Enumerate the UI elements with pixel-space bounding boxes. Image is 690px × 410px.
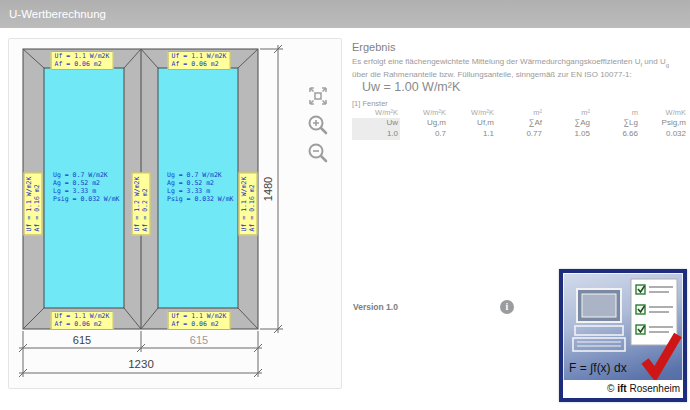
result-description: Es erfolgt eine flächengewichtete Mittel…: [352, 57, 684, 80]
description-text: über die Rahmenanteile bzw. Füllungsante…: [352, 70, 632, 79]
window-diagram-panel: Uf = 1.1 W/m2K Af = 0.06 m2 Uf = 1.1 W/m…: [8, 38, 342, 389]
result-heading: Ergebnis: [352, 41, 395, 53]
frame-uf-label-top-right: Uf = 1.1 W/m2K Af = 0.06 m2: [168, 51, 231, 70]
table-column-psigm: W/mK Psig,m 0.032: [640, 108, 688, 140]
logo-copyright: © ift Rosenheim: [563, 380, 683, 398]
brand-name: ift: [617, 383, 626, 394]
unit-cell: W/m²K: [352, 108, 400, 118]
brand-suffix: Rosenheim: [627, 383, 680, 394]
value-cell: 1.0: [352, 129, 400, 140]
fit-view-button[interactable]: [305, 84, 331, 110]
table-column-ufm: W/m²K Uf,m 1.1: [448, 108, 496, 140]
dim-width-right: 615: [190, 334, 208, 346]
value-cell: 6.66: [592, 129, 640, 140]
result-table: W/m²K Uw 1.0 W/m²K Ug,m 0.7 W/m²K Uf,m 1…: [352, 108, 688, 140]
value-cell: 0.7: [400, 129, 448, 140]
dim-height: 1480: [262, 177, 274, 201]
table-column-sum-af: m² ∑Af 0.77: [496, 108, 544, 140]
label-cell: ∑Af: [496, 118, 544, 129]
value-cell: 1.1: [448, 129, 496, 140]
label-cell: Uf,m: [448, 118, 496, 129]
dim-width-total: 1230: [128, 358, 154, 370]
unit-cell: W/m²K: [400, 108, 448, 118]
zoom-in-icon: [306, 113, 330, 137]
description-text: und U: [642, 57, 666, 66]
window-drawing: [9, 39, 341, 388]
page-title: U-Wertberechnung: [9, 8, 106, 20]
value-cell: 1.05: [544, 129, 592, 140]
title-bar: U-Wertberechnung: [0, 0, 690, 28]
label-cell: ∑Lg: [592, 118, 640, 129]
table-column-sum-lg: m ∑Lg 6.66: [592, 108, 640, 140]
label-cell: Psig,m: [640, 118, 688, 129]
info-icon: i: [506, 301, 509, 312]
table-column-sum-ag: m² ∑Ag 1.05: [544, 108, 592, 140]
glass-values-left: Ug = 0.7 W/m2K Ag = 0.52 m2 Lg = 3.33 m …: [53, 171, 120, 203]
description-text: Es erfolgt eine flächengewichtete Mittel…: [352, 57, 640, 66]
zoom-in-button[interactable]: [305, 113, 331, 139]
glass-values-right: Ug = 0.7 W/m2K Ag = 0.52 m2 Lg = 3.33 m …: [167, 171, 234, 203]
label-cell: ∑Ag: [544, 118, 592, 129]
info-button[interactable]: i: [500, 300, 514, 314]
zoom-out-button[interactable]: [305, 141, 331, 167]
frame-uf-label-bottom-left: Uf = 1.1 W/m2K Af = 0.06 m2: [51, 311, 114, 330]
unit-cell: m²: [544, 108, 592, 118]
subscript-g: g: [666, 62, 669, 68]
copyright-symbol: ©: [607, 383, 617, 394]
frame-uf-label-left: Uf = 1.1 W/m2K Af = 0.16 m2: [24, 173, 43, 236]
table-column-uw: W/m²K Uw 1.0: [352, 108, 400, 140]
table-column-ugm: W/m²K Ug,m 0.7: [400, 108, 448, 140]
unit-cell: W/m²K: [448, 108, 496, 118]
label-cell: Uw: [352, 118, 400, 129]
frame-uf-label-top-left: Uf = 1.1 W/m2K Af = 0.06 m2: [51, 51, 114, 70]
red-checkmark-icon: [640, 331, 682, 381]
value-cell: 0.032: [640, 129, 688, 140]
dim-width-left: 615: [73, 334, 91, 346]
unit-cell: W/mK: [640, 108, 688, 118]
expand-icon: [306, 84, 330, 108]
frame-uf-label-right: Uf = 1.1 W/m2K Af = 0.16 m2: [239, 173, 258, 236]
frame-uf-label-middle: Uf = 1.2 W/m2K Af = 0.2 m2: [132, 173, 151, 236]
unit-cell: m: [592, 108, 640, 118]
version-label: Version 1.0: [353, 302, 398, 312]
frame-uf-label-bottom-right: Uf = 1.1 W/m2K Af = 0.06 m2: [168, 311, 231, 330]
value-cell: 0.77: [496, 129, 544, 140]
table-caption: [1] Fenster: [352, 99, 388, 108]
unit-cell: m²: [496, 108, 544, 118]
label-cell: Ug,m: [400, 118, 448, 129]
ift-rosenheim-logo: F = ∫f(x) dx © ift Rosenheim: [559, 269, 687, 402]
computer-icon: [573, 289, 625, 351]
formula-text: F = ∫f(x) dx: [569, 361, 627, 375]
uw-result-value: Uw = 1.00 W/m²K: [362, 80, 460, 94]
zoom-out-icon: [306, 141, 330, 165]
